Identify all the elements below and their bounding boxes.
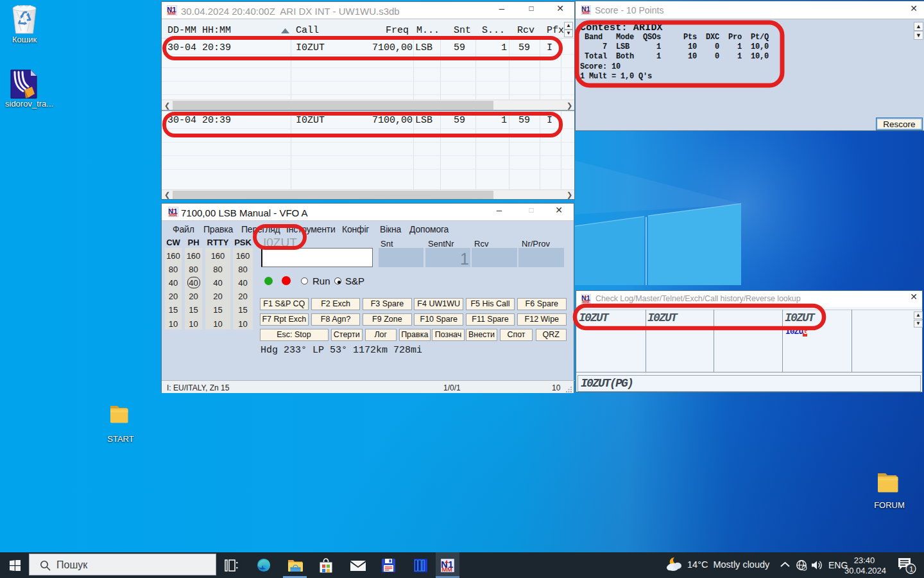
svg-text:MM: MM [582,299,590,304]
svg-text:MM: MM [582,10,590,15]
svg-text:MM: MM [442,566,452,572]
svg-text:MM: MM [167,10,176,15]
svg-text:+: + [445,559,449,566]
svg-text:+: + [584,5,587,11]
svg-text:1: 1 [909,565,913,573]
svg-text:+: + [584,294,587,300]
